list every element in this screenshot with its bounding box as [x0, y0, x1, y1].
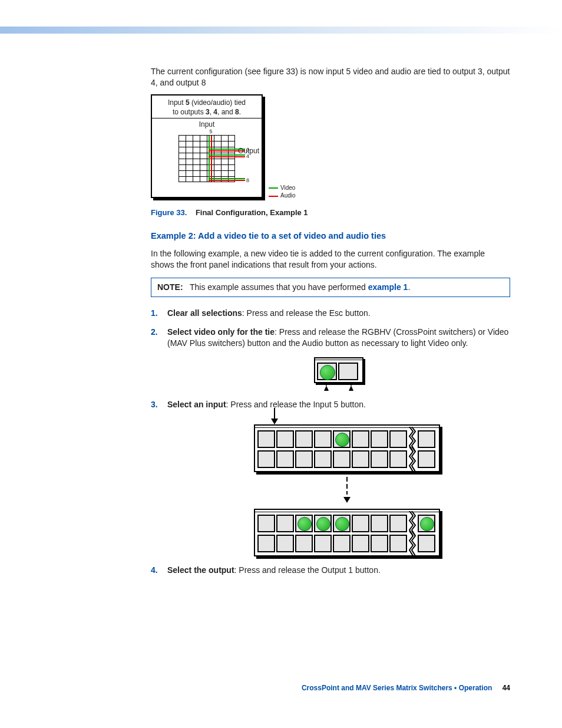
panel-button-icon [314, 515, 332, 532]
panel-button-icon [389, 430, 407, 448]
step-1: Clear all selections: Press and release … [151, 308, 510, 319]
fig33-hline-8-video [209, 178, 245, 179]
fig33-output-label: Output [238, 146, 259, 156]
fig33-hline-4-audio [209, 156, 245, 157]
panel-b-row-inputs [257, 515, 437, 532]
fig33-t1-mid: (video/audio) tied [190, 98, 246, 107]
panel-button-icon [352, 430, 369, 448]
figure-33-title: Final Configuration, Example 1 [196, 208, 308, 217]
panel-button-icon [257, 535, 275, 552]
panel-button-icon [333, 450, 351, 468]
panel-break-icon [408, 450, 416, 468]
panel-button-icon [257, 450, 275, 468]
legend-video-label: Video [280, 185, 295, 191]
fig33-t2-end: . [239, 108, 241, 116]
step-1-title: Clear all selections [167, 308, 242, 318]
panel-button-icon [418, 450, 435, 468]
step-3-title: Select an input [167, 400, 226, 409]
fig33-grid: 3 4 8 [178, 135, 235, 182]
step-3-text: : Press and release the Input 5 button. [226, 400, 366, 409]
panel-button-icon [371, 430, 388, 448]
fig33-vline-audio [211, 136, 212, 182]
fig33-t2-b1: 3 [206, 108, 210, 116]
twobtn-shadow [314, 357, 363, 383]
twobtn-arrows [314, 386, 363, 391]
note-text-post: . [408, 282, 410, 292]
arrow-to-input5-icon [271, 408, 278, 424]
step-1-text: : Press and release the Esc button. [242, 308, 371, 318]
panel-b [254, 509, 440, 556]
panel-button-icon [257, 515, 275, 532]
panel-button-icon [371, 535, 388, 552]
step-4: Select the output: Press and release the… [151, 565, 510, 576]
footer-page-number: 44 [503, 684, 510, 692]
audio-button-unlit-icon [338, 363, 358, 380]
panel-b-row-outputs [257, 535, 437, 552]
page: The current configuration (see figure 33… [0, 0, 562, 728]
panel-button-icon [295, 450, 313, 468]
panel-a-row-inputs [257, 430, 437, 448]
panel-button-icon [276, 430, 294, 448]
legend-video-row: Video [269, 184, 296, 192]
panel-button-icon [257, 430, 275, 448]
note-text-pre: This example assumes that you have perfo… [190, 282, 368, 292]
panel-break-icon [408, 430, 416, 448]
panel-button-icon [389, 515, 407, 532]
header-gradient-bar [0, 27, 562, 34]
step-4-text: : Press and release the Output 1 button. [234, 565, 381, 575]
connector-arrow-down-icon [343, 497, 351, 503]
panel-button-icon [418, 430, 435, 448]
arrow-up-right-icon [349, 386, 353, 391]
step-2: Select video only for the tie: Press and… [151, 327, 510, 391]
legend-audio-label: Audio [280, 192, 296, 199]
step-3: Select an input: Press and release the I… [151, 399, 510, 556]
panel-stack [184, 424, 510, 556]
panel-button-icon [333, 535, 351, 552]
figure-33-box-title: Input 5 (video/audio) tied to outputs 3,… [152, 95, 262, 118]
fig33-legend: Video Audio [269, 184, 296, 200]
panel-button-icon [295, 535, 313, 552]
fig33-tick-5: 5 [160, 128, 262, 135]
content-area: The current configuration (see figure 33… [151, 29, 510, 576]
step-2-title: Select video only for the tie [167, 327, 275, 337]
panel-break-icon [408, 515, 416, 532]
legend-audio-row: Audio [269, 192, 296, 200]
panel-button-icon [333, 515, 351, 532]
figure-33-number: Figure 33. [151, 208, 187, 217]
fig33-t1-b: 5 [186, 98, 190, 107]
arrow-up-left-icon [324, 386, 329, 391]
panel-b-box [254, 509, 440, 556]
fig33-t2-b2: 4 [213, 108, 217, 116]
dashed-connector [346, 477, 348, 495]
panel-button-icon [314, 450, 332, 468]
panel-button-icon [418, 535, 435, 552]
footer-doc-title: CrossPoint and MAV Series Matrix Switche… [302, 684, 492, 692]
intro-paragraph: The current configuration (see figure 33… [151, 66, 510, 88]
page-footer: CrossPoint and MAV Series Matrix Switche… [302, 683, 510, 693]
fig33-out-8: 8 [246, 177, 249, 184]
panel-button-icon [276, 535, 294, 552]
figure-33: Input 5 (video/audio) tied to outputs 3,… [151, 94, 298, 200]
fig33-t1-pre: Input [168, 98, 186, 107]
note-box: NOTE: This example assumes that you have… [151, 278, 510, 297]
panel-button-icon [314, 430, 332, 448]
panel-button-icon [389, 535, 407, 552]
figure-33-caption: Figure 33. Final Configuration, Example … [151, 207, 510, 218]
panel-button-icon [352, 535, 369, 552]
step-4-title: Select the output [167, 565, 234, 575]
twobtn-row [316, 362, 361, 381]
twobtn-box [314, 357, 363, 383]
note-link-example-1[interactable]: example 1 [368, 282, 408, 292]
steps-list: Clear all selections: Press and release … [151, 308, 510, 576]
video-button-lit-icon [317, 363, 337, 380]
panel-button-icon [418, 515, 435, 532]
panel-button-icon [276, 515, 294, 532]
panel-button-icon [295, 515, 313, 532]
panel-a-box [254, 424, 440, 472]
note-label: NOTE: [157, 282, 183, 292]
panel-button-icon [333, 430, 351, 448]
panel-button-icon [352, 450, 369, 468]
fig33-t2-c2: , and [217, 108, 235, 116]
legend-video-line-icon [269, 187, 278, 189]
panel-button-icon [371, 450, 388, 468]
